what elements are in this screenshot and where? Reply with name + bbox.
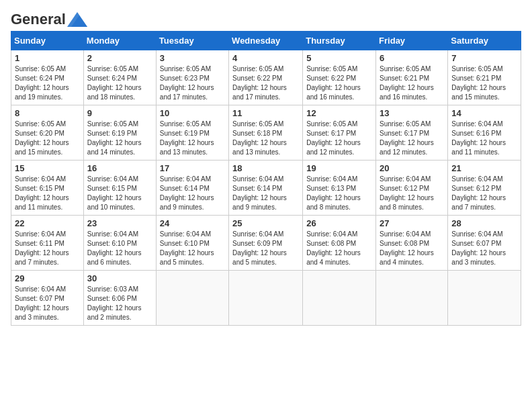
day-info: Sunrise: 6:04 AMSunset: 6:12 PMDaylight:… (380, 175, 434, 211)
day-number: 22 (15, 218, 80, 228)
day-info: Sunrise: 6:04 AMSunset: 6:15 PMDaylight:… (15, 175, 69, 211)
calendar-cell: 19 Sunrise: 6:04 AMSunset: 6:13 PMDaylig… (303, 161, 376, 216)
calendar-cell: 23 Sunrise: 6:04 AMSunset: 6:10 PMDaylig… (83, 216, 156, 271)
weekday-header: Saturday (448, 32, 521, 50)
day-info: Sunrise: 6:04 AMSunset: 6:15 PMDaylight:… (87, 175, 142, 211)
calendar-cell: 11 Sunrise: 6:05 AMSunset: 6:18 PMDaylig… (229, 105, 303, 161)
page-header: General (11, 11, 521, 26)
day-info: Sunrise: 6:04 AMSunset: 6:10 PMDaylight:… (160, 230, 214, 266)
calendar-cell: 6 Sunrise: 6:05 AMSunset: 6:21 PMDayligh… (376, 50, 448, 105)
day-info: Sunrise: 6:04 AMSunset: 6:12 PMDaylight:… (451, 175, 506, 211)
calendar-cell: 16 Sunrise: 6:04 AMSunset: 6:15 PMDaylig… (83, 161, 156, 216)
day-number: 4 (232, 53, 299, 63)
logo-general: General (11, 11, 66, 28)
day-number: 27 (380, 218, 444, 228)
day-number: 19 (306, 163, 372, 173)
calendar-cell: 25 Sunrise: 6:04 AMSunset: 6:09 PMDaylig… (229, 216, 303, 271)
day-info: Sunrise: 6:03 AMSunset: 6:06 PMDaylight:… (87, 285, 142, 321)
day-number: 2 (87, 53, 152, 63)
calendar-cell: 22 Sunrise: 6:04 AMSunset: 6:11 PMDaylig… (11, 216, 84, 271)
day-info: Sunrise: 6:04 AMSunset: 6:07 PMDaylight:… (451, 230, 506, 266)
day-number: 16 (87, 163, 152, 173)
day-info: Sunrise: 6:04 AMSunset: 6:14 PMDaylight:… (160, 175, 214, 211)
day-info: Sunrise: 6:04 AMSunset: 6:16 PMDaylight:… (451, 120, 506, 156)
day-number: 23 (87, 218, 152, 228)
day-info: Sunrise: 6:04 AMSunset: 6:11 PMDaylight:… (15, 230, 69, 266)
day-number: 28 (451, 218, 517, 228)
calendar-cell: 20 Sunrise: 6:04 AMSunset: 6:12 PMDaylig… (376, 161, 448, 216)
calendar-cell (156, 271, 228, 326)
calendar-cell: 18 Sunrise: 6:04 AMSunset: 6:14 PMDaylig… (229, 161, 303, 216)
calendar-cell (303, 271, 376, 326)
weekday-header: Sunday (11, 32, 84, 50)
day-info: Sunrise: 6:04 AMSunset: 6:10 PMDaylight:… (87, 230, 142, 266)
day-number: 8 (15, 108, 80, 118)
day-number: 21 (451, 163, 517, 173)
calendar-cell: 7 Sunrise: 6:05 AMSunset: 6:21 PMDayligh… (448, 50, 521, 105)
day-number: 10 (160, 108, 225, 118)
day-number: 25 (232, 218, 299, 228)
calendar-cell: 5 Sunrise: 6:05 AMSunset: 6:22 PMDayligh… (303, 50, 376, 105)
day-number: 11 (232, 108, 299, 118)
day-info: Sunrise: 6:04 AMSunset: 6:14 PMDaylight:… (232, 175, 287, 211)
day-info: Sunrise: 6:05 AMSunset: 6:24 PMDaylight:… (87, 65, 142, 101)
calendar-cell (376, 271, 448, 326)
day-info: Sunrise: 6:05 AMSunset: 6:19 PMDaylight:… (87, 120, 142, 156)
calendar-cell: 30 Sunrise: 6:03 AMSunset: 6:06 PMDaylig… (83, 271, 156, 326)
calendar-cell: 21 Sunrise: 6:04 AMSunset: 6:12 PMDaylig… (448, 161, 521, 216)
calendar-cell: 17 Sunrise: 6:04 AMSunset: 6:14 PMDaylig… (156, 161, 228, 216)
day-info: Sunrise: 6:05 AMSunset: 6:18 PMDaylight:… (232, 120, 287, 156)
day-number: 1 (15, 53, 80, 63)
weekday-header: Friday (376, 32, 448, 50)
day-number: 3 (160, 53, 225, 63)
calendar-cell: 4 Sunrise: 6:05 AMSunset: 6:22 PMDayligh… (229, 50, 303, 105)
logo-icon (67, 12, 87, 27)
weekday-header: Monday (83, 32, 156, 50)
calendar-cell: 15 Sunrise: 6:04 AMSunset: 6:15 PMDaylig… (11, 161, 84, 216)
calendar-cell: 12 Sunrise: 6:05 AMSunset: 6:17 PMDaylig… (303, 105, 376, 161)
day-info: Sunrise: 6:05 AMSunset: 6:22 PMDaylight:… (306, 65, 361, 101)
day-info: Sunrise: 6:05 AMSunset: 6:21 PMDaylight:… (451, 65, 506, 101)
day-info: Sunrise: 6:04 AMSunset: 6:08 PMDaylight:… (306, 230, 361, 266)
day-number: 5 (306, 53, 372, 63)
calendar-cell (229, 271, 303, 326)
calendar-cell: 8 Sunrise: 6:05 AMSunset: 6:20 PMDayligh… (11, 105, 84, 161)
calendar-cell: 13 Sunrise: 6:05 AMSunset: 6:17 PMDaylig… (376, 105, 448, 161)
calendar-cell: 26 Sunrise: 6:04 AMSunset: 6:08 PMDaylig… (303, 216, 376, 271)
day-number: 30 (87, 273, 152, 283)
day-info: Sunrise: 6:05 AMSunset: 6:22 PMDaylight:… (232, 65, 287, 101)
day-number: 12 (306, 108, 372, 118)
day-number: 17 (160, 163, 225, 173)
calendar-cell: 10 Sunrise: 6:05 AMSunset: 6:19 PMDaylig… (156, 105, 228, 161)
calendar-cell (448, 271, 521, 326)
day-info: Sunrise: 6:04 AMSunset: 6:13 PMDaylight:… (306, 175, 361, 211)
day-info: Sunrise: 6:05 AMSunset: 6:24 PMDaylight:… (15, 65, 69, 101)
day-info: Sunrise: 6:04 AMSunset: 6:07 PMDaylight:… (15, 285, 69, 321)
calendar-cell: 3 Sunrise: 6:05 AMSunset: 6:23 PMDayligh… (156, 50, 228, 105)
day-info: Sunrise: 6:05 AMSunset: 6:20 PMDaylight:… (15, 120, 69, 156)
calendar-cell: 29 Sunrise: 6:04 AMSunset: 6:07 PMDaylig… (11, 271, 84, 326)
day-number: 7 (451, 53, 517, 63)
day-info: Sunrise: 6:05 AMSunset: 6:17 PMDaylight:… (380, 120, 434, 156)
calendar-header: SundayMondayTuesdayWednesdayThursdayFrid… (11, 32, 521, 50)
day-number: 13 (380, 108, 444, 118)
day-number: 18 (232, 163, 299, 173)
day-info: Sunrise: 6:05 AMSunset: 6:19 PMDaylight:… (160, 120, 214, 156)
day-number: 9 (87, 108, 152, 118)
calendar-cell: 14 Sunrise: 6:04 AMSunset: 6:16 PMDaylig… (448, 105, 521, 161)
day-number: 6 (380, 53, 444, 63)
day-info: Sunrise: 6:05 AMSunset: 6:23 PMDaylight:… (160, 65, 214, 101)
weekday-header: Thursday (303, 32, 376, 50)
day-number: 24 (160, 218, 225, 228)
day-info: Sunrise: 6:04 AMSunset: 6:08 PMDaylight:… (380, 230, 434, 266)
calendar-cell: 28 Sunrise: 6:04 AMSunset: 6:07 PMDaylig… (448, 216, 521, 271)
weekday-header: Wednesday (229, 32, 303, 50)
day-number: 15 (15, 163, 80, 173)
day-number: 14 (451, 108, 517, 118)
calendar-cell: 24 Sunrise: 6:04 AMSunset: 6:10 PMDaylig… (156, 216, 228, 271)
day-number: 26 (306, 218, 372, 228)
day-number: 20 (380, 163, 444, 173)
calendar-cell: 27 Sunrise: 6:04 AMSunset: 6:08 PMDaylig… (376, 216, 448, 271)
weekday-header: Tuesday (156, 32, 228, 50)
calendar-cell: 9 Sunrise: 6:05 AMSunset: 6:19 PMDayligh… (83, 105, 156, 161)
